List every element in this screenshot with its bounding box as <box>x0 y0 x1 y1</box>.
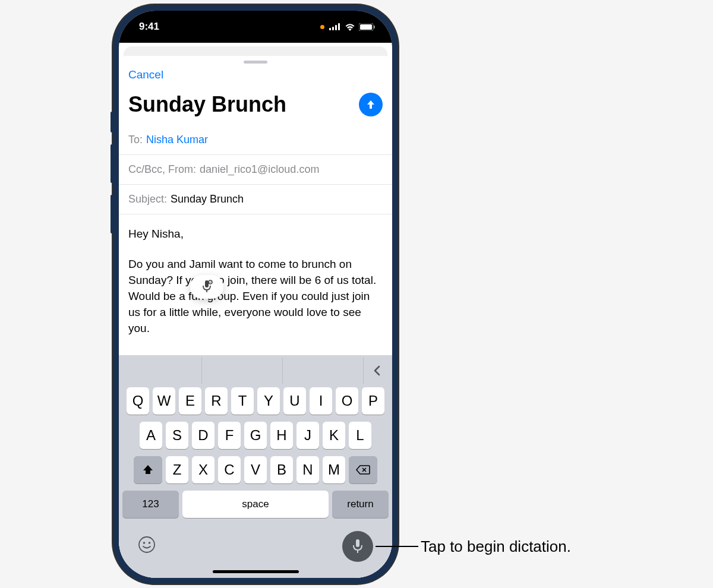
suggestion-3[interactable] <box>283 358 364 384</box>
emoji-icon <box>138 536 156 554</box>
key-p[interactable]: P <box>362 387 384 415</box>
volume-up-button[interactable] <box>111 144 113 183</box>
mic-icon <box>201 280 213 294</box>
callout-text: Tap to begin dictation. <box>421 538 571 556</box>
svg-point-13 <box>143 542 146 544</box>
wifi-icon <box>345 23 355 31</box>
sheet-grabber[interactable] <box>244 61 267 64</box>
delete-key[interactable] <box>349 456 377 483</box>
subject-label: Subject: <box>128 193 167 206</box>
notch <box>207 11 305 32</box>
key-j[interactable]: J <box>296 422 319 449</box>
cc-bcc-from-label: Cc/Bcc, From: <box>128 163 196 176</box>
svg-rect-3 <box>338 23 340 30</box>
send-button[interactable] <box>359 93 383 116</box>
numbers-key[interactable]: 123 <box>122 491 179 518</box>
svg-rect-0 <box>329 28 331 30</box>
callout-line <box>376 546 418 547</box>
svg-rect-1 <box>332 27 334 30</box>
key-l[interactable]: L <box>349 422 371 449</box>
key-i[interactable]: I <box>310 387 332 415</box>
key-g[interactable]: G <box>244 422 267 449</box>
return-key[interactable]: return <box>332 491 389 518</box>
to-label: To: <box>128 134 143 146</box>
shift-key[interactable] <box>134 456 162 483</box>
dictation-pill[interactable] <box>190 275 223 299</box>
key-v[interactable]: V <box>244 456 267 483</box>
mic-icon <box>351 538 364 555</box>
arrow-up-icon <box>365 99 377 110</box>
svg-rect-15 <box>356 539 359 547</box>
cellular-signal-icon <box>329 23 341 30</box>
dictation-button[interactable] <box>342 531 373 562</box>
svg-point-12 <box>139 537 154 552</box>
silent-switch[interactable] <box>111 112 113 132</box>
shift-icon <box>142 464 154 475</box>
key-n[interactable]: N <box>296 456 319 483</box>
key-k[interactable]: K <box>323 422 345 449</box>
svg-rect-6 <box>374 26 375 29</box>
cc-bcc-from-field[interactable]: Cc/Bcc, From: daniel_rico1@icloud.com <box>119 155 392 185</box>
recipient-chip[interactable]: Nisha Kumar <box>146 134 208 146</box>
status-time: 9:41 <box>139 21 159 33</box>
key-w[interactable]: W <box>153 387 175 415</box>
key-s[interactable]: S <box>166 422 188 449</box>
key-d[interactable]: D <box>192 422 214 449</box>
collapse-suggestions-button[interactable] <box>364 365 390 376</box>
svg-rect-5 <box>360 24 372 30</box>
space-key[interactable]: space <box>182 491 329 518</box>
key-z[interactable]: Z <box>166 456 188 483</box>
svg-rect-2 <box>335 25 337 30</box>
emoji-button[interactable] <box>138 536 156 558</box>
volume-down-button[interactable] <box>111 195 113 233</box>
key-b[interactable]: B <box>270 456 293 483</box>
suggestion-bar <box>121 358 390 384</box>
subject-field[interactable]: Subject: Sunday Brunch <box>119 185 392 214</box>
suggestion-1[interactable] <box>121 358 202 384</box>
home-indicator[interactable] <box>213 570 299 573</box>
suggestion-2[interactable] <box>202 358 283 384</box>
key-m[interactable]: M <box>323 456 345 483</box>
compose-title: Sunday Brunch <box>128 92 286 117</box>
key-u[interactable]: U <box>283 387 306 415</box>
key-o[interactable]: O <box>336 387 358 415</box>
phone-frame: 9:41 Cancel <box>113 5 398 584</box>
key-x[interactable]: X <box>192 456 214 483</box>
key-c[interactable]: C <box>218 456 241 483</box>
key-e[interactable]: E <box>179 387 201 415</box>
key-a[interactable]: A <box>140 422 162 449</box>
from-address: daniel_rico1@icloud.com <box>200 163 319 176</box>
svg-rect-7 <box>205 280 209 287</box>
svg-point-14 <box>149 542 151 544</box>
key-f[interactable]: F <box>218 422 241 449</box>
subject-value: Sunday Brunch <box>171 193 244 206</box>
cancel-button[interactable]: Cancel <box>128 68 163 81</box>
key-q[interactable]: Q <box>127 387 149 415</box>
key-t[interactable]: T <box>231 387 254 415</box>
to-field[interactable]: To: Nisha Kumar <box>119 125 392 155</box>
key-r[interactable]: R <box>205 387 228 415</box>
key-h[interactable]: H <box>270 422 293 449</box>
compose-sheet: Cancel Sunday Brunch To: Nisha Kumar Cc/… <box>119 56 392 578</box>
chevron-left-icon <box>373 365 380 376</box>
keyboard: QWERTYUIOP ASDFGHJKL ZXCVBNM 123 space r… <box>119 355 392 578</box>
body-greeting: Hey Nisha, <box>128 226 383 242</box>
key-y[interactable]: Y <box>257 387 280 415</box>
delete-icon <box>356 464 370 475</box>
battery-icon <box>359 23 376 31</box>
message-body[interactable]: Hey Nisha, Do you and Jamil want to come… <box>119 214 392 355</box>
mic-in-use-indicator <box>320 25 324 29</box>
body-text: Do you and Jamil want to come to brunch … <box>128 257 383 337</box>
